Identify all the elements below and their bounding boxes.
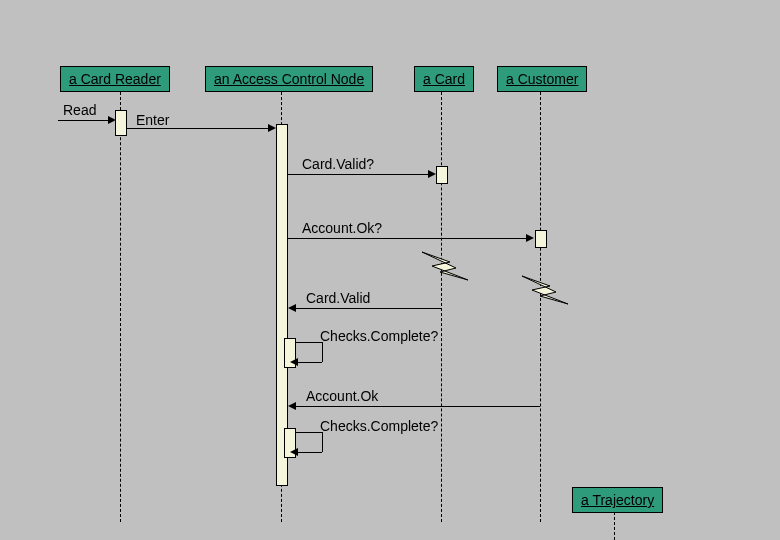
lifeline-card-reader <box>120 92 121 522</box>
bolt-customer <box>520 274 570 314</box>
activation-card-reader <box>115 110 127 136</box>
svg-marker-0 <box>422 252 468 280</box>
participant-trajectory: a Trajectory <box>572 487 663 513</box>
arrow-card-valid-q <box>288 174 430 175</box>
arrowhead-self1 <box>290 358 298 366</box>
arrowhead-self2 <box>290 448 298 456</box>
msg-enter: Enter <box>136 112 169 128</box>
arrowhead-card-valid-q <box>428 170 436 178</box>
msg-checks2: Checks.Complete? <box>320 418 438 434</box>
arrow-read <box>58 120 108 121</box>
arrowhead-account-ok-q <box>526 234 534 242</box>
msg-read: Read <box>63 102 96 118</box>
msg-checks1: Checks.Complete? <box>320 328 438 344</box>
arrow-enter <box>127 128 269 129</box>
self2-bot <box>296 452 322 453</box>
self2-vert <box>322 432 323 452</box>
svg-marker-1 <box>522 276 568 304</box>
arrowhead-enter <box>268 124 276 132</box>
self1-vert <box>322 342 323 362</box>
participant-access-control: an Access Control Node <box>205 66 373 92</box>
msg-account-ok-q: Account.Ok? <box>302 220 382 236</box>
arrow-account-ok <box>296 406 540 407</box>
participant-customer: a Customer <box>497 66 587 92</box>
activation-customer <box>535 230 547 248</box>
self1-bot <box>296 362 322 363</box>
activation-card <box>436 166 448 184</box>
msg-card-valid: Card.Valid <box>306 290 370 306</box>
arrowhead-card-valid <box>288 304 296 312</box>
self2-top <box>296 432 322 433</box>
arrowhead-account-ok <box>288 402 296 410</box>
lifeline-trajectory <box>614 512 615 540</box>
arrowhead-read <box>108 116 116 124</box>
arrow-account-ok-q <box>288 238 528 239</box>
bolt-card <box>420 250 470 290</box>
msg-card-valid-q: Card.Valid? <box>302 156 374 172</box>
self1-top <box>296 342 322 343</box>
participant-card: a Card <box>414 66 474 92</box>
msg-account-ok: Account.Ok <box>306 388 378 404</box>
arrow-card-valid <box>296 308 442 309</box>
participant-card-reader: a Card Reader <box>60 66 170 92</box>
lifeline-card <box>441 92 442 522</box>
